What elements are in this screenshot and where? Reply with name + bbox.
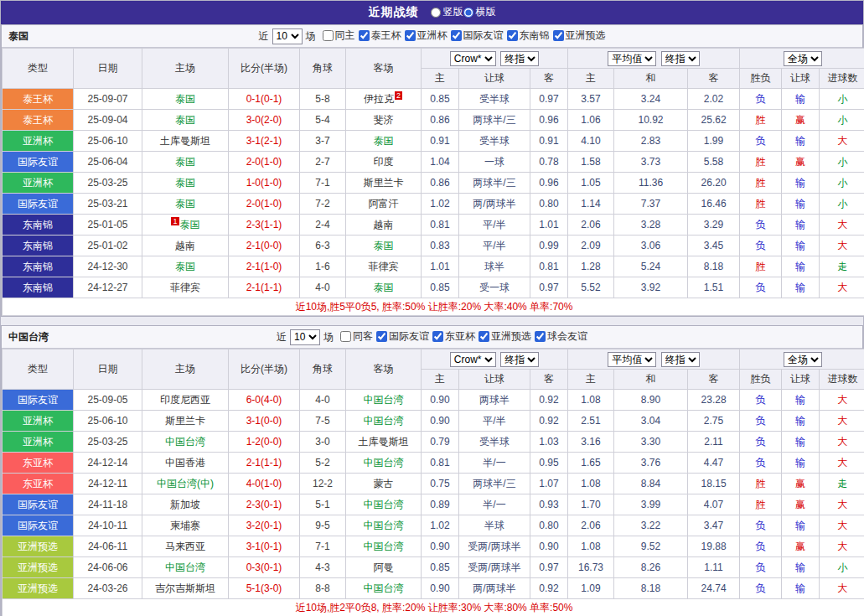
col-avg-away: 客 xyxy=(688,69,740,89)
away-team[interactable]: 蒙古 xyxy=(346,474,422,494)
filter-checkbox-label[interactable]: 东亚杯 xyxy=(429,329,475,344)
avg-home-odds: 2.51 xyxy=(568,411,614,432)
handicap-line: 球半 xyxy=(459,256,530,277)
filter-label: 国际友谊 xyxy=(389,329,429,344)
filter-checkbox[interactable] xyxy=(535,331,546,342)
home-team[interactable]: 菲律宾 xyxy=(142,277,229,298)
away-team[interactable]: 伊拉克2 xyxy=(346,89,422,110)
filter-checkbox-label[interactable]: 国际友谊 xyxy=(373,329,429,344)
odds-stage-select[interactable]: 终指 xyxy=(500,51,539,66)
avg-away-odds: 18.15 xyxy=(688,474,740,494)
away-team[interactable]: 中国台湾 xyxy=(346,536,422,557)
away-team[interactable]: 中国台湾 xyxy=(346,494,422,515)
filter-checkbox[interactable] xyxy=(432,331,443,342)
away-team[interactable]: 泰国 xyxy=(346,131,422,152)
away-team[interactable]: 斐济 xyxy=(346,110,422,131)
away-team[interactable]: 菲律宾 xyxy=(346,256,422,277)
filter-checkbox-label[interactable]: 泰王杯 xyxy=(355,28,401,43)
avg-stage-select[interactable]: 终指 xyxy=(661,352,700,367)
match-count-select[interactable]: 10 xyxy=(290,329,320,345)
home-team[interactable]: 泰国 xyxy=(142,152,229,173)
avg-draw-odds: 9.52 xyxy=(614,536,688,557)
home-team[interactable]: 马来西亚 xyxy=(142,536,229,557)
match-count-select[interactable]: 10 xyxy=(272,28,303,44)
away-team[interactable]: 中国台湾 xyxy=(346,411,422,432)
layout-radio[interactable] xyxy=(463,8,473,18)
filter-label: 亚洲预选 xyxy=(491,329,531,344)
match-date: 25-09-07 xyxy=(74,89,142,110)
filter-checkbox-label[interactable]: 亚洲预选 xyxy=(550,28,606,43)
away-team[interactable]: 中国台湾 xyxy=(346,390,422,411)
filter-checkbox[interactable] xyxy=(507,30,518,41)
layout-radio-label[interactable]: 竖版 xyxy=(431,5,463,19)
filter-checkbox-label[interactable]: 亚洲杯 xyxy=(401,28,448,43)
avg-stage-select[interactable]: 终指 xyxy=(661,51,700,66)
home-team[interactable]: 泰国 xyxy=(142,89,229,110)
home-team-name: 印度尼西亚 xyxy=(160,394,210,406)
home-team[interactable]: 1泰国 xyxy=(142,215,229,236)
filter-checkbox-label[interactable]: 国际友谊 xyxy=(448,28,504,43)
home-team[interactable]: 泰国 xyxy=(142,194,229,215)
filter-checkbox-label[interactable]: 球会友谊 xyxy=(531,329,587,344)
away-team[interactable]: 阿富汗 xyxy=(346,194,422,215)
away-team[interactable]: 阿曼 xyxy=(346,557,422,578)
away-team[interactable]: 中国台湾 xyxy=(346,453,422,474)
home-team[interactable]: 泰国 xyxy=(142,173,229,194)
avg-select[interactable]: 平均值 xyxy=(608,51,656,66)
filter-checkbox-label[interactable]: 同客 xyxy=(337,329,373,344)
filter-checkbox-label[interactable]: 亚洲预选 xyxy=(475,329,531,344)
home-team[interactable]: 新加坡 xyxy=(142,494,229,515)
home-team[interactable]: 中国台湾 xyxy=(142,557,229,578)
match-date: 25-06-04 xyxy=(74,152,142,173)
home-team[interactable]: 吉尔吉斯斯坦 xyxy=(142,578,229,599)
filter-checkbox-label[interactable]: 东南锦 xyxy=(504,28,550,43)
home-team[interactable]: 印度尼西亚 xyxy=(142,390,229,411)
filter-checkbox[interactable] xyxy=(376,331,387,342)
filter-checkbox[interactable] xyxy=(405,30,416,41)
home-team[interactable]: 泰国 xyxy=(142,110,229,131)
filter-checkbox[interactable] xyxy=(340,331,351,342)
away-team[interactable]: 中国台湾 xyxy=(346,515,422,536)
avg-home-odds: 1.65 xyxy=(568,453,614,474)
away-team[interactable]: 印度 xyxy=(346,152,422,173)
filter-checkbox[interactable] xyxy=(553,30,564,41)
home-team[interactable]: 斯里兰卡 xyxy=(142,411,229,432)
average-controls: 平均值 终指 xyxy=(568,349,740,370)
filter-checkbox-label[interactable]: 同主 xyxy=(319,28,355,43)
home-team-name: 中国台湾 xyxy=(165,562,205,573)
layout-radio[interactable] xyxy=(431,8,441,18)
scope-select[interactable]: 全场 xyxy=(784,352,822,367)
filter-checkbox[interactable] xyxy=(359,30,370,41)
odds-stage-select[interactable]: 终指 xyxy=(500,352,539,367)
away-team[interactable]: 土库曼斯坦 xyxy=(346,432,422,453)
near-label: 近 xyxy=(259,29,269,44)
filter-checkbox[interactable] xyxy=(479,331,489,342)
away-team-name: 阿富汗 xyxy=(369,198,399,210)
handicap-away-odds: 0.97 xyxy=(530,557,568,578)
home-team[interactable]: 土库曼斯坦 xyxy=(142,131,229,152)
avg-select[interactable]: 平均值 xyxy=(608,352,656,367)
handicap-home-odds: 0.90 xyxy=(422,390,459,411)
handicap-line: 两球半 xyxy=(459,390,530,411)
away-team[interactable]: 泰国 xyxy=(346,236,422,256)
match-date: 25-09-05 xyxy=(74,390,142,411)
home-team[interactable]: 中国台湾(中) xyxy=(142,474,229,494)
corner-score: 5-8 xyxy=(300,89,346,110)
result-winloss: 胜 xyxy=(740,256,782,277)
col-corner: 角球 xyxy=(300,49,346,89)
home-team[interactable]: 泰国 xyxy=(142,256,229,277)
home-team[interactable]: 中国台湾 xyxy=(142,432,229,453)
home-team[interactable]: 中国香港 xyxy=(142,453,229,474)
away-team[interactable]: 中国台湾 xyxy=(346,578,422,599)
home-team[interactable]: 柬埔寨 xyxy=(142,515,229,536)
layout-radio-label[interactable]: 横版 xyxy=(463,5,496,19)
home-team[interactable]: 越南 xyxy=(142,236,229,256)
scope-select[interactable]: 全场 xyxy=(784,51,822,66)
away-team[interactable]: 越南 xyxy=(346,215,422,236)
odds-source-select[interactable]: Crow* xyxy=(450,352,496,367)
filter-checkbox[interactable] xyxy=(451,30,462,41)
odds-source-select[interactable]: Crow* xyxy=(450,51,496,66)
away-team[interactable]: 泰国 xyxy=(346,277,422,298)
filter-checkbox[interactable] xyxy=(323,30,334,41)
away-team[interactable]: 斯里兰卡 xyxy=(346,173,422,194)
